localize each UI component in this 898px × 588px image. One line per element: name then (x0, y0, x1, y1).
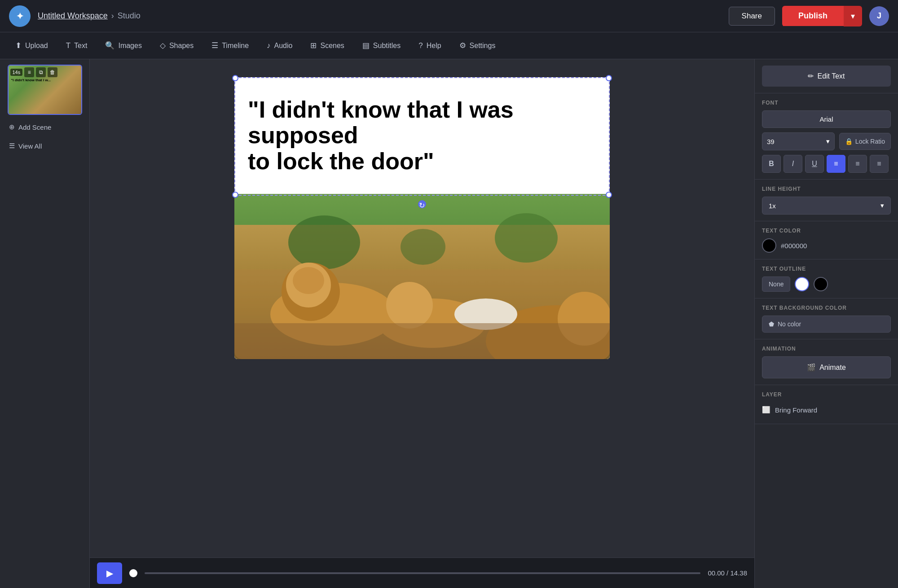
subtitles-button[interactable]: ▤ Subtitles (354, 37, 409, 54)
bring-forward-icon: ⬜ (762, 406, 770, 414)
text-icon: T (66, 41, 70, 50)
line-height-label: LINE HEIGHT (762, 186, 891, 192)
scenes-button[interactable]: ⊞ Scenes (302, 37, 352, 54)
align-left-button[interactable]: ≡ (827, 155, 845, 173)
svg-rect-13 (234, 323, 610, 359)
breadcrumb-page: Studio (118, 11, 141, 21)
timeline-track[interactable] (145, 572, 700, 574)
edit-text-button[interactable]: ✏ Edit Text (762, 66, 891, 87)
text-color-section: TEXT COLOR #000000 (755, 221, 898, 259)
workspace-link[interactable]: Untitled Workspace (38, 11, 108, 21)
text-button[interactable]: T Text (58, 38, 96, 54)
text-outline-section: TEXT OUTLINE None (755, 259, 898, 298)
animation-section: ANIMATION 🎬 Animate (755, 339, 898, 385)
settings-icon: ⚙ (459, 41, 466, 50)
text-bg-color-label: TEXT BACKGROUND COLOR (762, 305, 891, 311)
layer-label: LAYER (762, 391, 891, 398)
subtitles-icon: ▤ (362, 41, 370, 50)
font-size-selector[interactable]: 39 ▾ (762, 132, 835, 150)
canvas-textbox[interactable]: "I didn't know that I was supposed to lo… (234, 77, 610, 194)
line-height-section: LINE HEIGHT 1x ▾ (755, 180, 898, 221)
svg-point-0 (288, 215, 360, 269)
outline-row: None (762, 276, 891, 292)
scenes-icon: ⊞ (310, 41, 317, 50)
main-layout: 14s ≡ ⧉ 🗑 "I didn't know that I w... ⊕ A… (0, 59, 898, 588)
font-section-label: FONT (762, 100, 891, 106)
canvas-text: "I didn't know that I was supposed to lo… (248, 97, 596, 174)
upload-icon: ⬆ (15, 41, 22, 50)
canvas-frame[interactable]: "I didn't know that I was supposed to lo… (234, 77, 610, 359)
lock-ratio-button[interactable]: 🔒 Lock Ratio (839, 133, 891, 150)
svg-point-1 (495, 213, 558, 263)
bring-forward-button[interactable]: ⬜ Bring Forward (762, 402, 817, 417)
text-color-label: TEXT COLOR (762, 228, 891, 234)
italic-button[interactable]: I (784, 155, 802, 173)
text-color-value: #000000 (781, 242, 807, 250)
align-right-button[interactable]: ≡ (870, 155, 889, 173)
add-scene-button[interactable]: ⊕ Add Scene (0, 120, 89, 134)
lock-icon: 🔒 (845, 138, 853, 145)
scene-copy-icon[interactable]: ⧉ (36, 67, 46, 77)
right-panel: ✏ Edit Text FONT Arial 39 ▾ 🔒 Lock Ratio… (754, 59, 898, 588)
edit-text-section: ✏ Edit Text (755, 59, 898, 93)
font-section: FONT Arial 39 ▾ 🔒 Lock Ratio B I U ≡ (755, 93, 898, 180)
view-all-icon: ☰ (9, 142, 15, 150)
layer-section: LAYER ⬜ Bring Forward (755, 385, 898, 424)
audio-icon: ♪ (267, 41, 271, 50)
chevron-down-icon: ▾ (826, 137, 830, 145)
topbar: ✦ Untitled Workspace › Studio Share Publ… (0, 0, 898, 32)
scene-thumbnail[interactable]: 14s ≡ ⧉ 🗑 "I didn't know that I w... (8, 65, 82, 115)
text-format-row: B I U ≡ ≡ ≡ (762, 155, 891, 173)
canvas-area: ↻ "I didn't know that I was supposed to … (90, 59, 754, 588)
view-all-button[interactable]: ☰ View All (0, 139, 89, 153)
publish-button[interactable]: Publish (782, 6, 844, 26)
play-button[interactable]: ▶ (97, 562, 122, 584)
shapes-button[interactable]: ◇ Shapes (152, 37, 202, 54)
timeline-knob[interactable] (129, 569, 137, 577)
underline-button[interactable]: U (805, 155, 824, 173)
publish-chevron-button[interactable]: ▾ (844, 6, 862, 26)
add-scene-icon: ⊕ (9, 123, 15, 131)
svg-point-2 (401, 229, 445, 265)
no-color-button[interactable]: ⬟ No color (762, 316, 891, 333)
line-height-selector[interactable]: 1x ▾ (762, 197, 891, 215)
publish-group: Publish ▾ (782, 6, 862, 26)
breadcrumb: Untitled Workspace › Studio (38, 11, 141, 21)
scene-text-icon[interactable]: ≡ (24, 67, 34, 77)
toolbar: ⬆ Upload T Text 🔍 Images ◇ Shapes ☰ Time… (0, 32, 898, 59)
shapes-icon: ◇ (160, 41, 166, 50)
outline-black-swatch[interactable] (814, 277, 828, 291)
chevron-down-icon: ▾ (880, 202, 884, 210)
help-button[interactable]: ? Help (410, 38, 449, 54)
text-outline-label: TEXT OUTLINE (762, 266, 891, 272)
animate-button[interactable]: 🎬 Animate (762, 356, 891, 378)
no-color-icon: ⬟ (769, 320, 774, 328)
svg-point-7 (293, 267, 324, 294)
outline-none-button[interactable]: None (762, 276, 790, 292)
left-panel: 14s ≡ ⧉ 🗑 "I didn't know that I w... ⊕ A… (0, 59, 90, 588)
share-button[interactable]: Share (729, 7, 775, 26)
upload-button[interactable]: ⬆ Upload (7, 37, 56, 54)
timeline-icon: ☰ (211, 41, 218, 50)
images-icon: 🔍 (105, 41, 114, 50)
svg-point-9 (386, 282, 433, 329)
outline-white-swatch[interactable] (795, 277, 809, 291)
audio-button[interactable]: ♪ Audio (259, 38, 300, 54)
help-icon: ? (418, 41, 423, 50)
breadcrumb-separator: › (111, 11, 114, 21)
edit-icon: ✏ (808, 72, 814, 80)
time-display: 00.00 / 14.38 (708, 569, 747, 577)
text-color-swatch[interactable] (762, 238, 776, 253)
avatar[interactable]: J (869, 6, 889, 26)
timeline-bar: ▶ 00.00 / 14.38 (90, 557, 754, 588)
timeline-button[interactable]: ☰ Timeline (203, 37, 257, 54)
images-button[interactable]: 🔍 Images (97, 37, 150, 54)
scene-controls: 14s ≡ ⧉ 🗑 (10, 67, 58, 77)
font-selector[interactable]: Arial (762, 110, 891, 128)
scene-delete-icon[interactable]: 🗑 (48, 67, 57, 77)
settings-button[interactable]: ⚙ Settings (451, 37, 504, 54)
scene-time: 14s (10, 69, 23, 76)
bold-button[interactable]: B (762, 155, 781, 173)
animation-label: ANIMATION (762, 346, 891, 352)
align-center-button[interactable]: ≡ (848, 155, 867, 173)
